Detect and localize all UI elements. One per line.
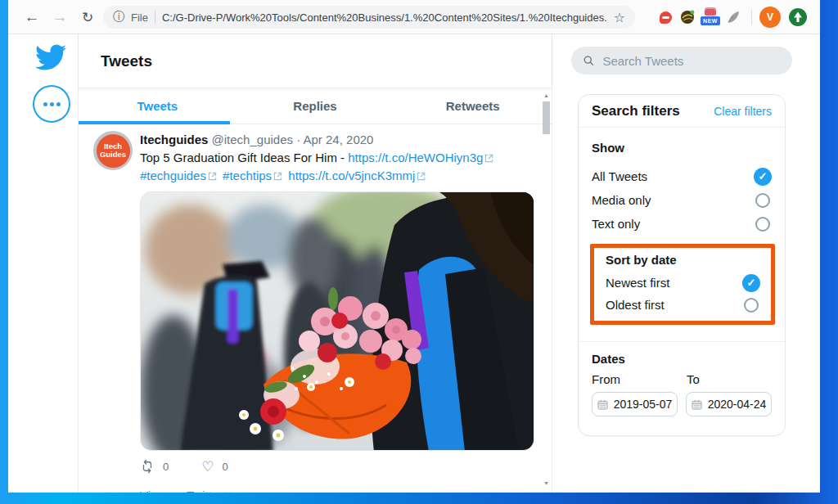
- search-box[interactable]: [571, 47, 792, 74]
- reload-icon[interactable]: [75, 0, 100, 34]
- retweet-button[interactable]: 0: [140, 459, 169, 474]
- tweet-handle[interactable]: @itech_guides: [212, 133, 293, 146]
- tweet-photo[interactable]: [140, 191, 534, 451]
- dates-filter-group: Dates From To: [579, 341, 785, 416]
- tweet-hashtag-2[interactable]: #techtips: [223, 169, 272, 182]
- retweet-icon: [140, 459, 155, 474]
- avatar-text-line2: Guides: [100, 151, 126, 159]
- left-rail: [8, 34, 78, 493]
- search-icon: [583, 54, 594, 67]
- tweet-text-line2: #techguides #techtips https://t.co/v5jnc…: [140, 167, 552, 185]
- quill-extension-icon[interactable]: [723, 0, 744, 34]
- clear-filters-link[interactable]: Clear filters: [714, 105, 772, 118]
- avatar[interactable]: Itech Guides: [93, 131, 133, 170]
- tweets-column: Tweets Tweets Replies Retweets Itech Gui…: [78, 34, 552, 493]
- tweet-link-1[interactable]: https://t.co/HeWOHiyn3g: [348, 151, 483, 164]
- like-count: 0: [222, 461, 228, 473]
- view-on-twitter-link[interactable]: View on Twitter: [140, 488, 552, 493]
- tweet-hashtag-1[interactable]: #techguides: [140, 169, 206, 182]
- tweet-text-line1: Top 5 Graduation Gift Ideas For Him - ht…: [140, 149, 552, 167]
- search-input[interactable]: [602, 54, 781, 68]
- filter-option-text-only[interactable]: Text only: [592, 212, 772, 236]
- heart-icon: [201, 458, 214, 475]
- tweet-author[interactable]: Itechguides: [140, 133, 208, 146]
- tab-retweets[interactable]: Retweets: [394, 88, 552, 124]
- tweet-actions: 0 0: [140, 458, 552, 475]
- more-button[interactable]: [33, 85, 70, 123]
- filters-panel: Search filters Clear filters Show All Tw…: [571, 34, 792, 493]
- tabs-bar: Tweets Replies Retweets: [79, 88, 552, 124]
- search-filters-card: Search filters Clear filters Show All Tw…: [578, 94, 786, 436]
- quill-glyph: [726, 10, 741, 25]
- calendar-icon: [692, 399, 702, 410]
- address-bar[interactable]: File C:/G-Drive-P/Work%20Tools/Content%2…: [103, 6, 635, 29]
- url-scheme-label: File: [131, 11, 148, 24]
- tweets-scrollbar[interactable]: [541, 88, 552, 493]
- tweet-item: Itech Guides Itechguides @itech_guides ·…: [79, 124, 552, 493]
- bookmark-star-icon[interactable]: [614, 10, 625, 25]
- dates-title: Dates: [592, 352, 772, 366]
- blocker-extension-icon[interactable]: [655, 0, 676, 34]
- tweet-date[interactable]: Apr 24, 2020: [304, 133, 374, 146]
- scroll-down-icon[interactable]: [541, 478, 552, 488]
- from-label: From: [592, 372, 687, 386]
- filter-option-all-tweets[interactable]: All Tweets: [592, 164, 772, 188]
- desktop-background: File C:/G-Drive-P/Work%20Tools/Content%2…: [0, 0, 838, 504]
- show-title: Show: [592, 141, 772, 155]
- external-link-icon: [224, 489, 233, 493]
- radio-checked-icon[interactable]: [742, 274, 760, 292]
- show-filter-group: Show All Tweets Media only Text only: [579, 128, 785, 335]
- back-icon[interactable]: [20, 0, 44, 34]
- date-from-value: 2019-05-07: [614, 398, 673, 411]
- tweet-text: Top 5 Graduation Gift Ideas For Him -: [140, 151, 348, 164]
- sort-title: Sort by date: [606, 253, 760, 267]
- date-from-input[interactable]: 2019-05-07: [592, 392, 678, 416]
- tweet-dot-separator: ·: [296, 133, 300, 146]
- scroll-up-icon[interactable]: [541, 90, 552, 100]
- calendar-icon: [597, 399, 608, 410]
- address-separator: [155, 11, 155, 24]
- twitter-logo-icon[interactable]: [35, 44, 66, 74]
- forward-icon[interactable]: [47, 0, 72, 34]
- date-to-input[interactable]: 2020-04-24: [686, 392, 772, 416]
- filter-option-oldest-first[interactable]: Oldest first: [606, 294, 760, 316]
- retweet-count: 0: [163, 461, 169, 473]
- red-pin-glyph: [660, 11, 672, 24]
- tab-replies[interactable]: Replies: [237, 88, 394, 124]
- url-text[interactable]: C:/G-Drive-P/Work%20Tools/Content%20Busi…: [162, 11, 607, 24]
- tweet-header: Itechguides @itech_guides · Apr 24, 2020: [140, 131, 552, 149]
- external-link-icon: [417, 168, 426, 185]
- highlight-annotation-box: Sort by date Newest first Oldest first: [590, 244, 775, 325]
- new-extension-icon[interactable]: NEW: [700, 0, 721, 34]
- like-button[interactable]: 0: [201, 458, 228, 475]
- radio-unchecked-icon[interactable]: [755, 217, 770, 232]
- tab-tweets[interactable]: Tweets: [79, 88, 237, 124]
- toolbar-divider: [751, 10, 752, 25]
- more-icon: [43, 102, 47, 106]
- tweet-link-2[interactable]: https://t.co/v5jncK3mmj: [288, 169, 415, 182]
- active-tab-underline: [79, 121, 230, 124]
- browser-toolbar: File C:/G-Drive-P/Work%20Tools/Content%2…: [8, 0, 820, 34]
- new-extension-glyph: NEW: [700, 7, 721, 28]
- new-badge: NEW: [701, 16, 720, 25]
- page-info-icon[interactable]: [113, 10, 124, 25]
- twitter-widget-page: Tweets Tweets Replies Retweets Itech Gui…: [8, 34, 820, 493]
- globe-extension-icon[interactable]: [677, 0, 698, 34]
- green-arrow-glyph: [788, 7, 808, 27]
- date-to-value: 2020-04-24: [708, 398, 767, 411]
- browser-menu-icon[interactable]: [787, 0, 809, 34]
- external-link-icon: [273, 168, 282, 185]
- radio-unchecked-icon[interactable]: [755, 193, 770, 208]
- browser-profile-avatar[interactable]: V: [759, 7, 781, 28]
- graduation-photo-illustration: [141, 192, 534, 451]
- scrollbar-thumb[interactable]: [543, 101, 550, 134]
- radio-checked-icon[interactable]: [754, 168, 772, 186]
- radio-unchecked-icon[interactable]: [744, 298, 759, 313]
- browser-window: File C:/G-Drive-P/Work%20Tools/Content%2…: [8, 0, 820, 493]
- filter-option-media-only[interactable]: Media only: [592, 188, 772, 212]
- page-title: Tweets: [79, 34, 552, 88]
- external-link-icon: [208, 168, 217, 185]
- filter-option-newest-first[interactable]: Newest first: [606, 272, 760, 294]
- globe-glyph: [680, 10, 695, 25]
- to-label: To: [687, 372, 700, 386]
